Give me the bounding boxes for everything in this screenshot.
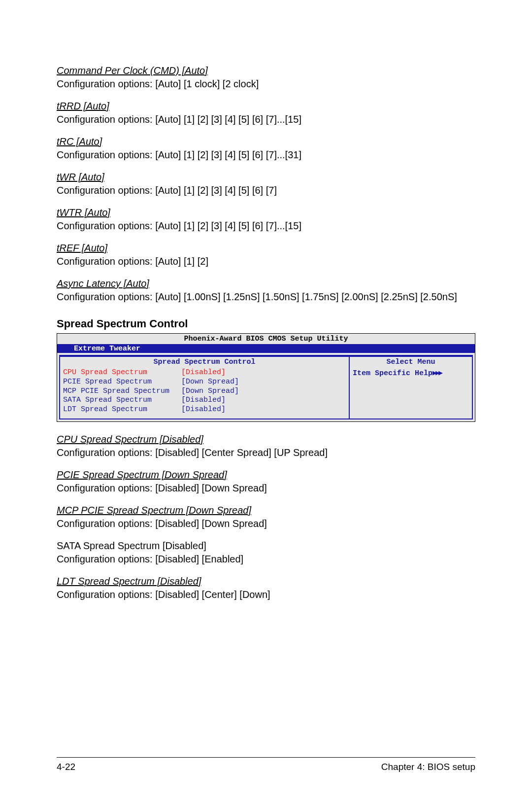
setting-title: Async Latency [Auto]: [57, 277, 475, 290]
bios-row-label: SATA Spread Spectrum: [63, 396, 181, 405]
bios-row-label: MCP PCIE Spread Spectrum: [63, 387, 181, 396]
page: Command Per Clock (CMD) [Auto] Configura…: [0, 0, 532, 802]
bios-row-value: [Disabled]: [181, 368, 226, 378]
setting-title: tREF [Auto]: [57, 242, 475, 255]
bios-row-mcp-pcie-spread[interactable]: MCP PCIE Spread Spectrum [Down Spread]: [63, 387, 346, 396]
setting-title: PCIE Spread Spectrum [Down Spread]: [57, 468, 475, 482]
bios-row-sata-spread[interactable]: SATA Spread Spectrum [Disabled]: [63, 396, 346, 405]
timing-settings-list: Command Per Clock (CMD) [Auto] Configura…: [57, 64, 475, 304]
setting-block: LDT Spread Spectrum [Disabled] Configura…: [57, 575, 475, 601]
setting-desc: Configuration options: [Auto] [1] [2]: [57, 255, 475, 268]
bios-right-panel: Select Menu Item Specific Help▶▶▶: [350, 356, 473, 419]
setting-title: tRC [Auto]: [57, 135, 475, 148]
setting-block: tRRD [Auto] Configuration options: [Auto…: [57, 100, 475, 126]
setting-block: tWR [Auto] Configuration options: [Auto]…: [57, 171, 475, 197]
chapter-label: Chapter 4: BIOS setup: [381, 762, 475, 772]
setting-desc: Configuration options: [Auto] [1] [2] [3…: [57, 184, 475, 197]
bios-help-line: Item Specific Help▶▶▶: [353, 368, 469, 378]
section-heading-spread-spectrum: Spread Spectrum Control: [57, 317, 475, 330]
spread-spectrum-settings-list: CPU Spread Spectrum [Disabled] Configura…: [57, 433, 475, 601]
setting-block: PCIE Spread Spectrum [Down Spread] Confi…: [57, 468, 475, 495]
bios-row-value: [Down Spread]: [181, 378, 239, 387]
setting-title: Command Per Clock (CMD) [Auto]: [57, 64, 475, 77]
setting-title: CPU Spread Spectrum [Disabled]: [57, 433, 475, 446]
bios-row-label: LDT Spread Spectrum: [63, 405, 181, 415]
setting-desc: Configuration options: [Disabled] [Enabl…: [57, 553, 475, 566]
bios-help-label: Item Specific Help: [353, 369, 432, 378]
setting-title: tWTR [Auto]: [57, 206, 475, 219]
bios-row-label: CPU Spread Spectrum: [63, 368, 181, 378]
setting-block: tREF [Auto] Configuration options: [Auto…: [57, 242, 475, 268]
bios-menu-bar: Extreme Tweaker: [57, 344, 475, 353]
setting-title: SATA Spread Spectrum [Disabled]: [57, 539, 475, 553]
setting-block: Async Latency [Auto] Configuration optio…: [57, 277, 475, 304]
setting-block: CPU Spread Spectrum [Disabled] Configura…: [57, 433, 475, 459]
bios-left-panel: Spread Spectrum Control CPU Spread Spect…: [59, 356, 350, 419]
page-footer: 4-22 Chapter 4: BIOS setup: [57, 757, 475, 772]
setting-block: tRC [Auto] Configuration options: [Auto]…: [57, 135, 475, 162]
setting-desc: Configuration options: [Disabled] [Cente…: [57, 588, 475, 601]
setting-desc: Configuration options: [Auto] [1.00nS] […: [57, 290, 475, 304]
bios-row-pcie-spread[interactable]: PCIE Spread Spectrum [Down Spread]: [63, 378, 346, 387]
setting-title: MCP PCIE Spread Spectrum [Down Spread]: [57, 504, 475, 517]
setting-desc: Configuration options: [Disabled] [Cente…: [57, 446, 475, 459]
bios-row-value: [Disabled]: [181, 396, 226, 405]
triangle-right-icon: ▶▶▶: [432, 369, 441, 378]
bios-row-value: [Disabled]: [181, 405, 226, 415]
bios-tab-extreme-tweaker[interactable]: Extreme Tweaker: [69, 344, 145, 353]
setting-title: LDT Spread Spectrum [Disabled]: [57, 575, 475, 588]
setting-block: tWTR [Auto] Configuration options: [Auto…: [57, 206, 475, 233]
bios-main-area: Spread Spectrum Control CPU Spread Spect…: [59, 355, 473, 419]
bios-screenshot: Phoenix-Award BIOS CMOS Setup Utility Ex…: [57, 333, 475, 422]
setting-desc: Configuration options: [Auto] [1 clock] …: [57, 77, 475, 91]
bios-row-value: [Down Spread]: [181, 387, 239, 396]
bios-right-heading: Select Menu: [353, 358, 469, 368]
setting-title: tWR [Auto]: [57, 171, 475, 184]
setting-block: SATA Spread Spectrum [Disabled] Configur…: [57, 539, 475, 566]
setting-block: MCP PCIE Spread Spectrum [Down Spread] C…: [57, 504, 475, 530]
setting-title: tRRD [Auto]: [57, 100, 475, 113]
bios-row-label: PCIE Spread Spectrum: [63, 378, 181, 387]
setting-block: Command Per Clock (CMD) [Auto] Configura…: [57, 64, 475, 91]
page-number: 4-22: [57, 762, 75, 772]
setting-desc: Configuration options: [Auto] [1] [2] [3…: [57, 219, 475, 233]
setting-desc: Configuration options: [Disabled] [Down …: [57, 482, 475, 495]
setting-desc: Configuration options: [Disabled] [Down …: [57, 517, 475, 530]
bios-utility-title: Phoenix-Award BIOS CMOS Setup Utility: [57, 334, 475, 344]
setting-desc: Configuration options: [Auto] [1] [2] [3…: [57, 148, 475, 162]
setting-desc: Configuration options: [Auto] [1] [2] [3…: [57, 113, 475, 126]
bios-row-cpu-spread[interactable]: CPU Spread Spectrum [Disabled]: [63, 368, 346, 378]
bios-left-heading: Spread Spectrum Control: [63, 358, 346, 368]
bios-row-ldt-spread[interactable]: LDT Spread Spectrum [Disabled]: [63, 405, 346, 415]
